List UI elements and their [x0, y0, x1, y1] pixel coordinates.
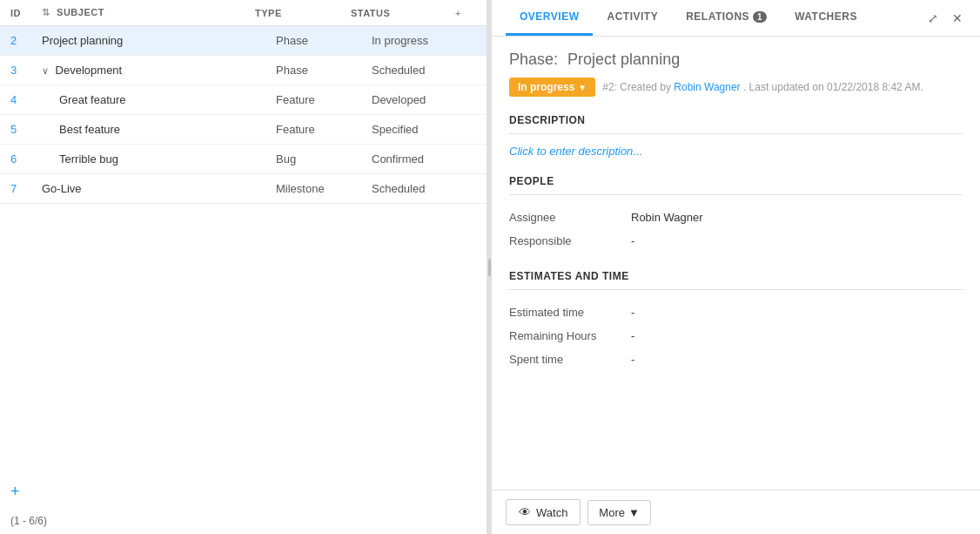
field-label: Responsible	[509, 234, 631, 247]
col-add-header[interactable]: +	[455, 8, 476, 18]
row-type: Feature	[276, 123, 372, 136]
row-status: Scheduled	[372, 64, 476, 77]
table-header: ID ⇅ Subject Type Status +	[0, 0, 487, 26]
field-row: Spent time -	[509, 348, 963, 371]
estimates-section-title: ESTIMATES AND TIME	[509, 270, 963, 290]
row-subject: Great feature	[42, 93, 276, 106]
field-value: Robin Wagner	[631, 211, 703, 224]
tab-activity[interactable]: ACTIVITY	[593, 0, 672, 36]
detail-content: Phase: Project planning In progress ▼ #2…	[492, 37, 980, 490]
row-type: Feature	[276, 93, 372, 106]
row-subject: Project planning	[42, 34, 276, 47]
row-subject: Best feature	[42, 123, 276, 136]
table-body: 2 Project planning Phase In progress 3 ∨…	[0, 26, 487, 476]
row-type: Bug	[276, 152, 372, 166]
status-badge[interactable]: In progress ▼	[509, 78, 595, 97]
detail-title: Phase: Project planning	[509, 51, 963, 69]
expand-button[interactable]: ⤢	[924, 8, 942, 29]
detail-title-text: Project planning	[567, 51, 680, 68]
chevron-icon: ∨	[42, 65, 49, 76]
more-dropdown-arrow: ▼	[628, 506, 640, 519]
add-row-button[interactable]: +	[0, 476, 487, 508]
field-row: Estimated time -	[509, 301, 963, 324]
row-subject: Terrible bug	[42, 152, 276, 166]
row-id: 2	[10, 34, 42, 47]
watch-button[interactable]: 👁 Watch	[506, 499, 581, 525]
right-panel: OVERVIEWACTIVITYRELATIONS1WATCHERS ⤢ ✕ P…	[492, 0, 980, 534]
status-meta: #2: Created by Robin Wagner . Last updat…	[602, 81, 923, 93]
status-label: In progress	[518, 81, 574, 93]
tab-badge-relations: 1	[753, 11, 767, 23]
row-status: Developed	[372, 93, 476, 106]
field-value: -	[631, 306, 634, 319]
close-button[interactable]: ✕	[949, 8, 966, 29]
table-row[interactable]: 5 Best feature Feature Specified	[0, 115, 487, 145]
tab-overview[interactable]: OVERVIEW	[506, 0, 593, 36]
row-status: Scheduled	[372, 182, 476, 195]
table-row[interactable]: 6 Terrible bug Bug Confirmed	[0, 145, 487, 174]
people-section-title: PEOPLE	[509, 175, 963, 195]
field-row: Assignee Robin Wagner	[509, 206, 963, 229]
field-value: -	[631, 234, 634, 247]
detail-title-prefix: Phase:	[509, 51, 558, 68]
field-value: -	[631, 353, 634, 366]
row-id: 3	[10, 64, 42, 77]
field-label: Estimated time	[509, 306, 631, 319]
tabs-bar: OVERVIEWACTIVITYRELATIONS1WATCHERS ⤢ ✕	[492, 0, 980, 37]
row-status: Specified	[372, 123, 476, 136]
description-section: DESCRIPTION Click to enter description..…	[509, 114, 963, 158]
col-type-header: Type	[255, 8, 351, 18]
field-label: Remaining Hours	[509, 329, 631, 342]
field-label: Spent time	[509, 353, 631, 366]
more-label: More	[599, 506, 625, 519]
col-id-header: ID	[10, 8, 42, 18]
table-row[interactable]: 2 Project planning Phase In progress	[0, 26, 487, 56]
field-row: Remaining Hours -	[509, 324, 963, 348]
row-type: Milestone	[276, 182, 372, 195]
left-panel: ID ⇅ Subject Type Status + 2 Project pla…	[0, 0, 487, 534]
description-section-title: DESCRIPTION	[509, 114, 963, 134]
people-section: PEOPLE Assignee Robin Wagner Responsible…	[509, 175, 963, 253]
watch-label: Watch	[536, 506, 567, 519]
subject-sort-icon: ⇅	[42, 7, 50, 17]
description-placeholder[interactable]: Click to enter description...	[509, 145, 963, 158]
estimates-section: ESTIMATES AND TIME Estimated time - Rema…	[509, 270, 963, 371]
table-row[interactable]: 3 ∨ Development Phase Scheduled	[0, 56, 487, 85]
row-status: Confirmed	[372, 152, 476, 166]
row-type: Phase	[276, 64, 372, 77]
pagination: (1 - 6/6)	[0, 508, 487, 534]
row-id: 5	[10, 123, 42, 136]
meta-author-link[interactable]: Robin Wagner	[674, 81, 740, 93]
resize-handle[interactable]	[487, 0, 492, 534]
tab-actions: ⤢ ✕	[924, 8, 966, 29]
detail-footer: 👁 Watch More ▼	[492, 490, 980, 534]
status-bar: In progress ▼ #2: Created by Robin Wagne…	[509, 78, 963, 97]
field-label: Assignee	[509, 211, 631, 224]
row-type: Phase	[276, 34, 372, 47]
row-status: In progress	[372, 34, 476, 47]
row-id: 4	[10, 93, 42, 106]
row-subject: ∨ Development	[42, 64, 276, 77]
status-dropdown-arrow: ▼	[578, 83, 587, 92]
field-value: -	[631, 329, 634, 342]
table-row[interactable]: 7 Go-Live Milestone Scheduled	[0, 174, 487, 204]
tab-watchers[interactable]: WATCHERS	[781, 0, 871, 36]
col-status-header: Status	[351, 8, 455, 18]
more-button[interactable]: More ▼	[587, 500, 651, 525]
row-id: 6	[10, 152, 42, 166]
tab-relations[interactable]: RELATIONS1	[672, 0, 781, 36]
col-subject-header: ⇅ Subject	[42, 7, 255, 18]
row-subject: Go-Live	[42, 182, 276, 195]
row-id: 7	[10, 182, 42, 195]
field-row: Responsible -	[509, 229, 963, 253]
eye-icon: 👁	[519, 505, 531, 519]
table-row[interactable]: 4 Great feature Feature Developed	[0, 85, 487, 115]
